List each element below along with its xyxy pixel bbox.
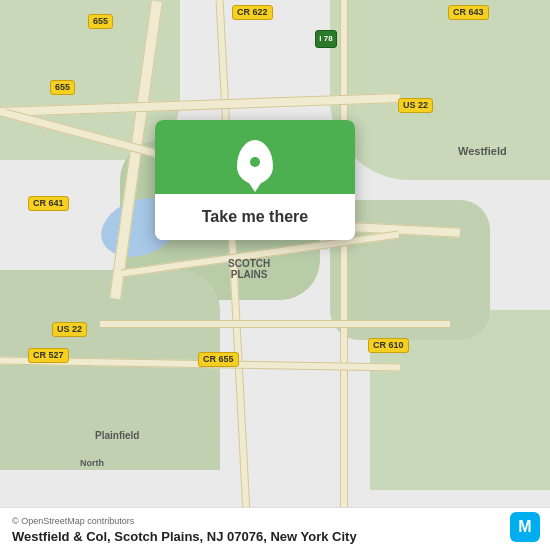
moovit-icon: M	[510, 512, 540, 542]
pin-dot	[250, 157, 260, 167]
shield-cr643: CR 643	[448, 5, 489, 20]
shield-us22-top: US 22	[398, 98, 433, 113]
location-pin-icon	[237, 140, 273, 184]
take-me-there-button[interactable]: Take me there	[155, 194, 355, 240]
bottom-bar: © OpenStreetMap contributors Westfield &…	[0, 507, 550, 550]
road-main4	[100, 320, 450, 328]
shield-cr622: CR 622	[232, 5, 273, 20]
place-label-scotch-plains: SCOTCHPLAINS	[228, 258, 270, 280]
shield-cr655-bot: CR 655	[198, 352, 239, 367]
road-vert2	[340, 0, 348, 550]
osm-attribution: © OpenStreetMap contributors	[12, 516, 134, 526]
shield-i78: I 78	[315, 30, 337, 48]
address-label: Westfield & Col, Scotch Plains, NJ 07076…	[12, 529, 538, 544]
place-label-westfield: Westfield	[458, 145, 507, 157]
green-area-topright	[330, 0, 550, 180]
popup-card: Take me there	[155, 120, 355, 240]
shield-cr655-mid: 655	[50, 80, 75, 95]
place-label-plainfield: Plainfield	[95, 430, 139, 441]
shield-cr610: CR 610	[368, 338, 409, 353]
popup-pin-area	[155, 120, 355, 194]
shield-us22-bot: US 22	[52, 322, 87, 337]
shield-cr641: CR 641	[28, 196, 69, 211]
attribution-row: © OpenStreetMap contributors	[12, 516, 538, 526]
map-container: 655 CR 622 CR 643 655 US 22 CR 641 US 22…	[0, 0, 550, 550]
place-label-north: North	[80, 458, 104, 468]
moovit-logo: M	[510, 512, 540, 542]
shield-cr655-top: 655	[88, 14, 113, 29]
shield-cr527: CR 527	[28, 348, 69, 363]
